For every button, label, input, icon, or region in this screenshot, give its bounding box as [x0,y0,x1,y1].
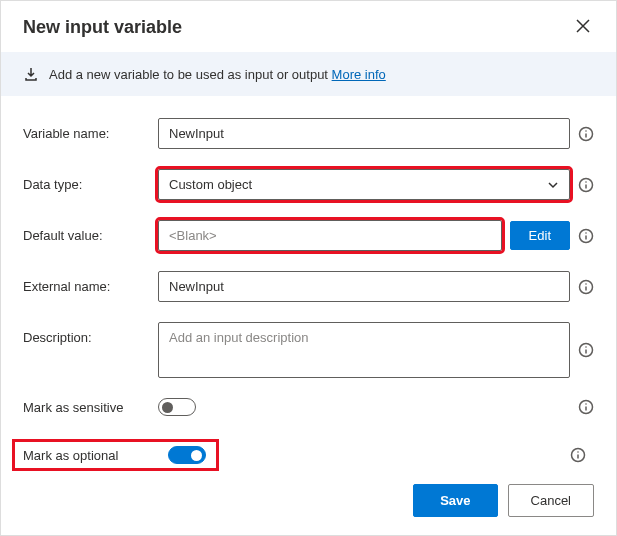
row-mark-optional: Mark as optional [15,436,594,474]
svg-point-9 [585,346,587,348]
data-type-select[interactable]: Custom object [158,169,570,200]
edit-default-button[interactable]: Edit [510,221,570,250]
label-external-name: External name: [23,271,158,294]
svg-point-1 [585,130,587,132]
row-description: Description: [23,322,594,378]
label-data-type: Data type: [23,169,158,192]
row-mark-sensitive: Mark as sensitive [23,398,594,416]
row-variable-name: Variable name: [23,118,594,149]
label-mark-optional: Mark as optional [23,448,168,463]
cancel-button[interactable]: Cancel [508,484,594,517]
info-icon[interactable] [570,447,586,463]
dialog-header: New input variable [1,1,616,52]
dialog-footer: Save Cancel [413,484,594,517]
close-button[interactable] [572,15,594,40]
dialog-title: New input variable [23,17,182,38]
svg-point-13 [577,451,579,453]
mark-sensitive-toggle[interactable] [158,398,196,416]
variable-name-input[interactable] [158,118,570,149]
row-default-value: Default value: <Blank> Edit [23,220,594,251]
svg-point-3 [585,181,587,183]
info-icon[interactable] [578,399,594,415]
info-icon[interactable] [578,228,594,244]
label-variable-name: Variable name: [23,118,158,141]
label-mark-sensitive: Mark as sensitive [23,400,158,415]
svg-point-11 [585,403,587,405]
chevron-down-icon [547,179,559,191]
row-external-name: External name: [23,271,594,302]
svg-point-7 [585,283,587,285]
external-name-input[interactable] [158,271,570,302]
mark-optional-toggle[interactable] [168,446,206,464]
form-area: Variable name: Data type: Custom object … [1,96,616,474]
label-default-value: Default value: [23,220,158,243]
download-icon [23,66,39,82]
info-icon[interactable] [578,342,594,358]
label-description: Description: [23,322,158,345]
row-data-type: Data type: Custom object [23,169,594,200]
info-icon[interactable] [578,177,594,193]
info-icon[interactable] [578,126,594,142]
data-type-value: Custom object [169,177,252,192]
default-value-input[interactable]: <Blank> [158,220,502,251]
info-banner: Add a new variable to be used as input o… [1,52,616,96]
svg-point-5 [585,232,587,234]
description-input[interactable] [158,322,570,378]
banner-text: Add a new variable to be used as input o… [49,67,386,82]
more-info-link[interactable]: More info [332,67,386,82]
save-button[interactable]: Save [413,484,497,517]
close-icon [576,19,590,33]
info-icon[interactable] [578,279,594,295]
